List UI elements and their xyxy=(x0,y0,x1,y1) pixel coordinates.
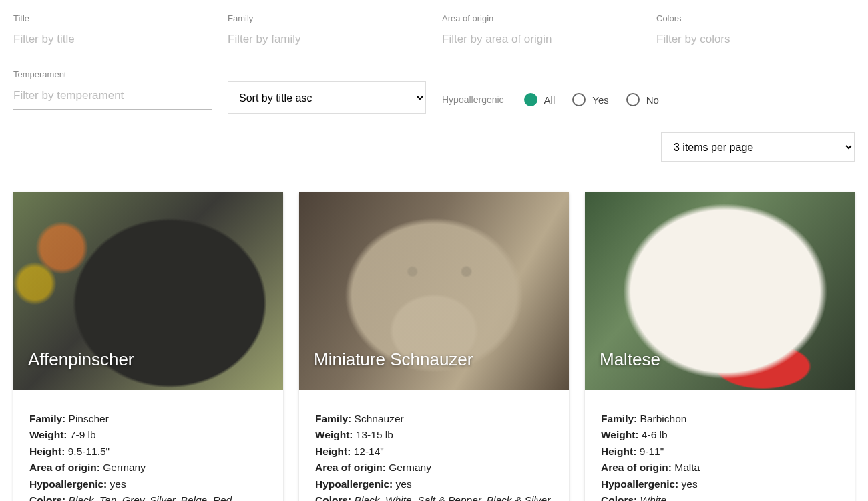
dog-image: Miniature Schnauzer xyxy=(299,192,569,390)
sort-select[interactable]: Sort by title asc xyxy=(228,81,426,114)
filter-colors-label: Colors xyxy=(656,13,855,23)
filter-area-label: Area of origin xyxy=(442,13,640,23)
hypo-option-no[interactable]: No xyxy=(626,93,659,106)
dog-title: Affenpinscher xyxy=(28,349,134,370)
hypo-label: Hypoallergenic xyxy=(442,94,504,105)
filter-title: Title xyxy=(13,13,212,53)
radio-icon xyxy=(572,93,586,106)
dog-specs: Family: Barbichon Weight: 4-6 lb Height:… xyxy=(585,390,855,501)
filter-colors: Colors xyxy=(656,13,855,53)
dog-card[interactable]: Miniature Schnauzer Family: Schnauzer We… xyxy=(299,192,569,501)
dog-card[interactable]: Maltese Family: Barbichon Weight: 4-6 lb… xyxy=(585,192,855,501)
filter-grid: Title Family Area of origin Colors Tempe… xyxy=(13,13,855,114)
filter-temperament-input[interactable] xyxy=(13,84,212,110)
hypo-option-yes[interactable]: Yes xyxy=(572,93,608,106)
dog-title: Miniature Schnauzer xyxy=(314,349,473,370)
filter-title-label: Title xyxy=(13,13,212,23)
radio-icon xyxy=(524,93,537,106)
filter-area-input[interactable] xyxy=(442,27,640,53)
dog-specs: Family: Pinscher Weight: 7-9 lb Height: … xyxy=(13,390,283,501)
card-grid: Affenpinscher Family: Pinscher Weight: 7… xyxy=(13,192,855,501)
hypo-option-no-label: No xyxy=(646,94,659,106)
filter-colors-input[interactable] xyxy=(656,27,855,53)
filter-temperament-label: Temperament xyxy=(13,69,212,79)
perpage-select[interactable]: 3 items per page xyxy=(661,132,855,162)
hypo-option-all-label: All xyxy=(544,94,556,106)
dog-card[interactable]: Affenpinscher Family: Pinscher Weight: 7… xyxy=(13,192,283,501)
filter-area: Area of origin xyxy=(442,13,640,53)
dog-image: Affenpinscher xyxy=(13,192,283,390)
filter-temperament: Temperament xyxy=(13,69,212,114)
perpage-row: 3 items per page xyxy=(13,132,855,162)
hypo-radio-group: Hypoallergenic All Yes No xyxy=(442,86,855,114)
filter-title-input[interactable] xyxy=(13,27,212,53)
radio-icon xyxy=(626,93,640,106)
sort-field: Sort by title asc xyxy=(228,69,426,114)
filter-family-label: Family xyxy=(228,13,426,23)
hypo-option-all[interactable]: All xyxy=(524,93,556,106)
filter-family: Family xyxy=(228,13,426,53)
dog-specs: Family: Schnauzer Weight: 13-15 lb Heigh… xyxy=(299,390,569,501)
filter-family-input[interactable] xyxy=(228,27,426,53)
dog-title: Maltese xyxy=(600,349,660,370)
hypo-option-yes-label: Yes xyxy=(592,94,608,106)
dog-image: Maltese xyxy=(585,192,855,390)
